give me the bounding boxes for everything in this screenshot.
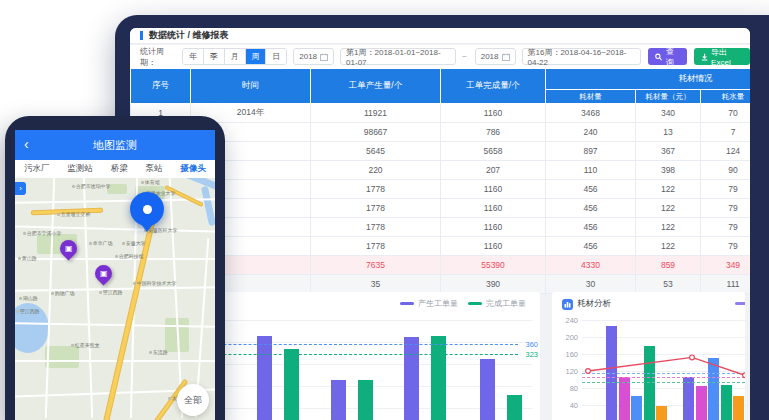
cell: 55390 (441, 256, 546, 275)
cell: 1160 (441, 199, 546, 218)
poi-dot-icon (99, 291, 102, 294)
reference-label: 360 (525, 340, 538, 349)
screenshot-stage: 数据统计 / 维修报表 统计周期： 年季月周日 2018 第1周：2018-01… (0, 0, 769, 420)
cell: 897 (546, 142, 636, 161)
phone-tab-桥梁[interactable]: 桥梁 (111, 163, 128, 175)
breadcrumb: 数据统计 / 维修报表 (149, 29, 229, 42)
cell: 5645 (311, 142, 441, 161)
segment-季[interactable]: 季 (204, 49, 225, 64)
bar-产生工单量 (331, 380, 346, 420)
map-label: 合肥市琥珀中学 (72, 183, 110, 190)
cell: 398 (636, 161, 701, 180)
y-axis-tick: 40 (570, 401, 578, 410)
cell: 390 (441, 275, 546, 294)
phone-tab-摄像头[interactable]: 摄像头 (181, 163, 207, 175)
cell: 70 (701, 104, 751, 123)
phone-screen: ‹ 地图监测 污水厂监测站桥梁泵站摄像头 (15, 130, 215, 420)
cell: 367 (636, 142, 701, 161)
year-start-select[interactable]: 2018 (293, 48, 334, 65)
segment-周[interactable]: 周 (246, 49, 267, 64)
cell: 1160 (441, 237, 546, 256)
cell: 3468 (546, 104, 636, 123)
cell: 30 (546, 275, 636, 294)
cell: 98667 (311, 123, 441, 142)
poi-dot-icon (19, 297, 22, 300)
map-label: 合肥科技馆 (115, 253, 144, 260)
segment-月[interactable]: 月 (225, 49, 246, 64)
map-label: 阜华广场 (89, 240, 113, 247)
query-button[interactable]: 查询 (648, 48, 686, 65)
back-icon[interactable]: ‹ (24, 137, 29, 151)
y-axis-tick: 120 (565, 367, 578, 376)
poi-dot-icon (72, 185, 75, 188)
group-header: 耗材情况 (546, 69, 751, 90)
breadcrumb-accent-bar (140, 31, 143, 40)
map-label: 望江西路 (16, 308, 40, 315)
map-view[interactable]: 合肥市琥珀中学体育馆安徽农业大学五里墩立交桥合肥市宁溪小学阜华广场安徽大学安徽医… (15, 178, 215, 420)
week-start-range[interactable]: 第1周：2018-01-01~2018-01-07 (340, 48, 456, 65)
cell: 90 (701, 161, 751, 180)
sub-col-header: 耗材量（元） (636, 90, 701, 104)
cell: 1778 (311, 199, 441, 218)
trend-line-chart (582, 292, 745, 420)
export-excel-button[interactable]: 导出Excel (694, 48, 750, 65)
poi-dot-icon (133, 282, 136, 285)
col-header: 工单完成量/个 (441, 69, 546, 104)
cell: 1160 (441, 180, 546, 199)
bar-完成工单量 (507, 395, 522, 420)
poi-dot-icon (115, 255, 118, 258)
cell: 122 (636, 199, 701, 218)
map-label: 体育馆 (141, 179, 160, 186)
cell: 1160 (441, 218, 546, 237)
phone-tab-泵站[interactable]: 泵站 (146, 163, 163, 175)
consumables-chart-plot: 2402001601208040 (582, 292, 745, 420)
segment-日[interactable]: 日 (266, 49, 286, 64)
cell: 240 (546, 123, 636, 142)
breadcrumb-bar: 数据统计 / 维修报表 (130, 28, 750, 44)
period-segments: 年季月周日 (182, 48, 287, 65)
cell: 13 (636, 123, 701, 142)
cell: 1778 (311, 218, 441, 237)
col-header: 序号 (131, 69, 191, 104)
poi-dot-icon (89, 242, 92, 245)
map-expand-button[interactable]: › (15, 182, 26, 195)
poi-dot-icon (122, 242, 125, 245)
phone-tab-污水厂[interactable]: 污水厂 (24, 163, 50, 175)
poi-dot-icon (18, 257, 21, 260)
col-header: 时间 (191, 69, 311, 104)
period-label: 统计周期： (140, 46, 176, 68)
y-axis-tick: 160 (565, 350, 578, 359)
year-end-value: 2018 (481, 52, 499, 61)
segment-年[interactable]: 年 (183, 49, 204, 64)
export-label: 导出Excel (711, 47, 743, 67)
bar-完成工单量 (358, 380, 373, 420)
cell: 5658 (441, 142, 546, 161)
sub-col-header: 耗水量 (701, 90, 751, 104)
camera-marker-icon[interactable]: ▣ (91, 261, 115, 285)
phone-tab-监测站[interactable]: 监测站 (67, 163, 93, 175)
year-start-value: 2018 (299, 52, 317, 61)
park-area (45, 346, 79, 368)
phone-tabs: 污水厂监测站桥梁泵站摄像头 (15, 160, 215, 179)
poi-dot-icon (16, 310, 19, 313)
calendar-icon (502, 53, 510, 61)
poi-dot-icon (23, 232, 26, 235)
week-start-value: 第1周：2018-01-01~2018-01-07 (346, 47, 450, 67)
bar-完成工单量 (431, 336, 446, 420)
camera-glyph-icon: ▣ (100, 269, 108, 278)
bar-产生工单量 (480, 359, 495, 420)
phone-mockup: ‹ 地图监测 污水厂监测站桥梁泵站摄像头 (5, 116, 225, 420)
cell: 110 (546, 161, 636, 180)
week-end-range[interactable]: 第16周：2018-04-16~2018-04-22 (522, 48, 642, 65)
cell: 456 (546, 218, 636, 237)
cell: 79 (701, 180, 751, 199)
year-end-select[interactable]: 2018 (475, 48, 516, 65)
col-header: 工单产生量/个 (311, 69, 441, 104)
cell: 53 (636, 275, 701, 294)
week-end-value: 第16周：2018-04-16~2018-04-22 (528, 47, 636, 67)
map-label: 安徽大学 (122, 240, 146, 247)
map-all-button[interactable]: 全部 (177, 384, 209, 416)
poi-dot-icon (149, 351, 152, 354)
selected-camera-marker-icon[interactable] (130, 192, 164, 226)
cell: 220 (311, 161, 441, 180)
